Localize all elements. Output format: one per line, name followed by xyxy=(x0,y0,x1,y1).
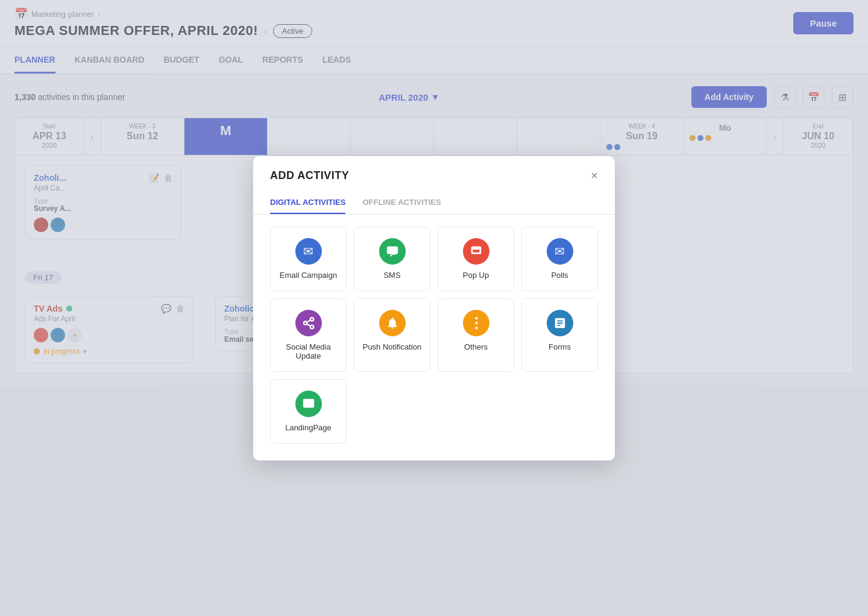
activity-item-sms[interactable]: SMS xyxy=(354,227,430,291)
tab-digital-activities[interactable]: DIGITAL ACTIVITIES xyxy=(270,192,345,214)
email-icon: ✉ xyxy=(295,238,322,265)
activity-item-social[interactable]: Social Media Update xyxy=(270,298,347,372)
tab-offline-activities[interactable]: OFFLINE ACTIVITIES xyxy=(362,192,441,214)
modal-header: ADD ACTIVITY × xyxy=(253,156,615,182)
activity-item-forms[interactable]: Forms xyxy=(521,298,598,372)
forms-icon xyxy=(547,310,573,336)
modal-close-button[interactable]: × xyxy=(591,169,598,181)
others-label: Others xyxy=(464,342,488,351)
svg-point-4 xyxy=(310,317,313,321)
push-icon xyxy=(379,310,406,336)
sms-icon xyxy=(379,238,406,265)
modal-body: ✉ Email Campaign SMS Pop Up xyxy=(253,215,615,460)
email-label: Email Campaign xyxy=(280,271,337,280)
social-icon xyxy=(295,310,322,336)
polls-label: Polls xyxy=(551,271,568,280)
activity-item-popup[interactable]: Pop Up xyxy=(438,227,514,291)
polls-icon: ✉ xyxy=(547,238,573,265)
modal-title: ADD ACTIVITY xyxy=(270,169,349,182)
landing-icon xyxy=(295,391,322,417)
activity-grid: ✉ Email Campaign SMS Pop Up xyxy=(270,227,598,444)
svg-line-8 xyxy=(306,319,310,322)
push-label: Push Notification xyxy=(363,342,422,351)
activity-item-landing[interactable]: LandingPage xyxy=(270,379,347,444)
modal-tabs: DIGITAL ACTIVITIES OFFLINE ACTIVITIES xyxy=(253,192,615,215)
modal-overlay: ADD ACTIVITY × DIGITAL ACTIVITIES OFFLIN… xyxy=(0,0,868,616)
svg-rect-0 xyxy=(386,246,397,254)
activity-item-push[interactable]: Push Notification xyxy=(354,298,430,372)
activity-item-others[interactable]: ⋮ Others xyxy=(438,298,514,372)
svg-point-6 xyxy=(310,325,313,328)
others-icon: ⋮ xyxy=(463,310,489,336)
svg-rect-14 xyxy=(304,401,312,405)
svg-point-5 xyxy=(303,321,307,325)
sms-label: SMS xyxy=(383,271,400,280)
forms-label: Forms xyxy=(549,342,571,351)
landing-label: LandingPage xyxy=(285,423,332,432)
popup-icon xyxy=(463,238,489,265)
activity-item-email[interactable]: ✉ Email Campaign xyxy=(270,227,347,291)
add-activity-modal: ADD ACTIVITY × DIGITAL ACTIVITIES OFFLIN… xyxy=(253,156,615,460)
activity-item-polls[interactable]: ✉ Polls xyxy=(521,227,598,291)
svg-rect-3 xyxy=(473,248,479,250)
svg-line-7 xyxy=(306,324,310,326)
popup-label: Pop Up xyxy=(463,271,489,280)
social-label: Social Media Update xyxy=(278,342,339,360)
